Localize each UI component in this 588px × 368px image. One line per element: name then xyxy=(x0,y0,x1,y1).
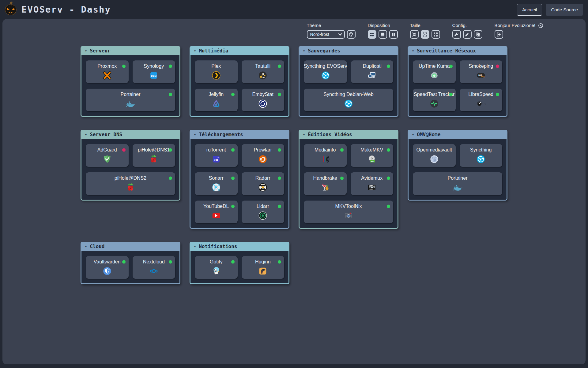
section-header-surveillance-reseaux[interactable]: ▾Surveillance Réseaux xyxy=(409,47,507,55)
tile-lidarr[interactable]: Lidarr xyxy=(242,201,285,223)
layout-columns-button[interactable] xyxy=(389,30,398,39)
theme-group: Thème Nord-frost xyxy=(307,23,356,39)
section-header-serveur-dns[interactable]: ▾Serveur DNS xyxy=(81,131,179,139)
tile-openmediavault[interactable]: OpenmediavaultOMV xyxy=(413,144,456,167)
tile-jellyfin[interactable]: Jellyfin xyxy=(195,89,238,111)
swatches-button[interactable] xyxy=(474,30,482,39)
speedtest-tracker-icon xyxy=(429,98,439,109)
tile-title-row: Openmediavault xyxy=(413,147,456,153)
section-header-editions-videos[interactable]: ▾Éditions Vidéos xyxy=(300,131,398,139)
tile-radarr[interactable]: Radarr xyxy=(242,172,285,195)
tile-duplicati[interactable]: Duplicati xyxy=(351,60,393,83)
status-dot xyxy=(231,148,235,151)
smokeping-icon: nokping xyxy=(476,70,486,81)
palette-button[interactable] xyxy=(347,30,356,39)
status-dot xyxy=(122,260,126,263)
layout-auto-button[interactable] xyxy=(368,30,376,39)
collapse-caret-icon: ▾ xyxy=(85,245,87,248)
tile-gotify[interactable]: Gotify xyxy=(195,256,238,279)
section-telechargements: ▾TéléchargementsruTorrentruProwlarrSonar… xyxy=(190,130,289,229)
tile-pihole-dns2[interactable]: piHole@DNS2 xyxy=(86,172,175,195)
tile-label: SpeedTest Tracker xyxy=(414,92,454,97)
tile-label: Lidarr xyxy=(257,204,269,209)
tile-syncthing[interactable]: Syncthing xyxy=(460,144,503,167)
tile-label: Sonarr xyxy=(209,175,224,181)
tile-youtubedl[interactable]: YouTubeDL xyxy=(195,201,238,223)
tile-portainer[interactable]: Portainer xyxy=(413,172,502,195)
tile-embystat[interactable]: EmbyStat xyxy=(242,89,285,111)
config-label: Config. xyxy=(452,23,482,28)
layout-rows-button[interactable] xyxy=(379,30,387,39)
logout-button[interactable] xyxy=(495,30,503,39)
section-header-telechargements[interactable]: ▾Téléchargements xyxy=(190,131,288,139)
tile-synology[interactable]: SynologyDSM xyxy=(133,60,175,83)
swatches-icon xyxy=(476,32,480,37)
circle-x-icon[interactable] xyxy=(538,23,543,28)
tile-makemkv[interactable]: MakeMKVMKV xyxy=(351,144,394,167)
tile-avidemux[interactable]: Avidemux xyxy=(351,172,394,195)
theme-select[interactable]: Nord-frost xyxy=(307,30,345,39)
size-small-icon xyxy=(412,32,417,37)
tile-smokeping[interactable]: Smokepingnokping xyxy=(460,60,503,83)
tile-adguard[interactable]: AdGuard xyxy=(86,144,129,167)
tile-title-row: YouTubeDL xyxy=(195,203,238,209)
tile-sonarr[interactable]: Sonarr xyxy=(195,172,238,195)
tile-portainer[interactable]: Portainer xyxy=(86,89,175,111)
tile-prowlarr[interactable]: Prowlarr xyxy=(242,144,285,167)
tile-uptime-kuma[interactable]: UpTime Kuma xyxy=(413,60,456,83)
tile-handbrake[interactable]: Handbrake xyxy=(304,172,347,195)
section-title: Sauvegardes xyxy=(308,48,340,54)
layout-auto-icon xyxy=(370,32,374,37)
status-dot xyxy=(231,93,235,96)
theme-label: Thème xyxy=(307,23,356,28)
tile-syncthing-debian-web[interactable]: Syncthing Debian-Web xyxy=(304,89,393,111)
pencil-button[interactable] xyxy=(463,30,472,39)
source-code-button[interactable]: Code Source xyxy=(546,4,583,16)
tile-label: Duplicati xyxy=(363,63,382,69)
status-dot xyxy=(387,64,390,68)
section-header-notifications[interactable]: ▾Notifications xyxy=(190,243,288,251)
section-title: Notifications xyxy=(199,243,237,249)
size-small-button[interactable] xyxy=(410,30,419,39)
section-header-omv-home[interactable]: ▾OMV@Home xyxy=(409,131,507,139)
section-header-serveur[interactable]: ▾Serveur xyxy=(81,47,179,55)
tile-vaultwarden[interactable]: Vaultwarden xyxy=(86,256,129,279)
lidarr-icon xyxy=(258,210,268,221)
section-header-cloud[interactable]: ▾Cloud xyxy=(81,243,179,251)
chevron-down-icon xyxy=(338,33,342,36)
tile-proxmox[interactable]: Proxmox xyxy=(86,60,129,83)
tile-speedtest-tracker[interactable]: SpeedTest Tracker xyxy=(413,89,456,111)
tile-plex[interactable]: Plex xyxy=(195,60,238,83)
tile-title-row: UpTime Kuma xyxy=(413,63,456,69)
size-large-button[interactable] xyxy=(432,30,440,39)
tile-mediainfo[interactable]: Mediainfo xyxy=(304,144,347,167)
svg-text:ping: ping xyxy=(481,76,484,78)
tile-title-row: Huginn xyxy=(242,259,285,265)
tile-label: Openmediavault xyxy=(416,147,452,153)
greeting-text: Bonjour Evoluzione! xyxy=(495,23,535,28)
status-dot xyxy=(278,64,281,68)
logout-icon xyxy=(496,32,501,37)
tile-rutorrent[interactable]: ruTorrentru xyxy=(195,144,238,167)
syncthing-icon xyxy=(476,154,486,164)
palette-icon xyxy=(349,32,354,37)
tile-syncthing-evoserv[interactable]: Syncthing EVOServ xyxy=(304,60,347,83)
section-title: Serveur xyxy=(90,48,110,54)
section-header-sauvegardes[interactable]: ▾Sauvegardes xyxy=(300,47,398,55)
section-body: UpTime KumaSmokepingnokpingSpeedTest Tra… xyxy=(409,55,507,116)
mediainfo-icon xyxy=(320,154,330,164)
tile-nextcloud[interactable]: Nextcloud xyxy=(133,256,175,279)
section-header-multimedia[interactable]: ▾Multimédia xyxy=(190,47,288,55)
uptime-kuma-icon xyxy=(429,70,439,81)
handbrake-icon xyxy=(320,182,330,193)
tile-librespeed[interactable]: LibreSpeedLibreSpeed xyxy=(460,89,503,111)
tile-label: YouTubeDL xyxy=(203,204,229,209)
tile-huginn[interactable]: Huginn xyxy=(242,256,285,279)
size-medium-button[interactable] xyxy=(421,30,429,39)
wrench-button[interactable] xyxy=(452,30,461,39)
tile-title-row: SpeedTest Tracker xyxy=(413,91,456,98)
tile-pihole-dns1[interactable]: piHole@DNS1 xyxy=(133,144,175,167)
home-button[interactable]: Accueil xyxy=(517,4,542,16)
tile-mkvtoolnix[interactable]: MKVToolNix xyxy=(304,201,393,223)
tile-tautulli[interactable]: Tautulli xyxy=(242,60,285,83)
